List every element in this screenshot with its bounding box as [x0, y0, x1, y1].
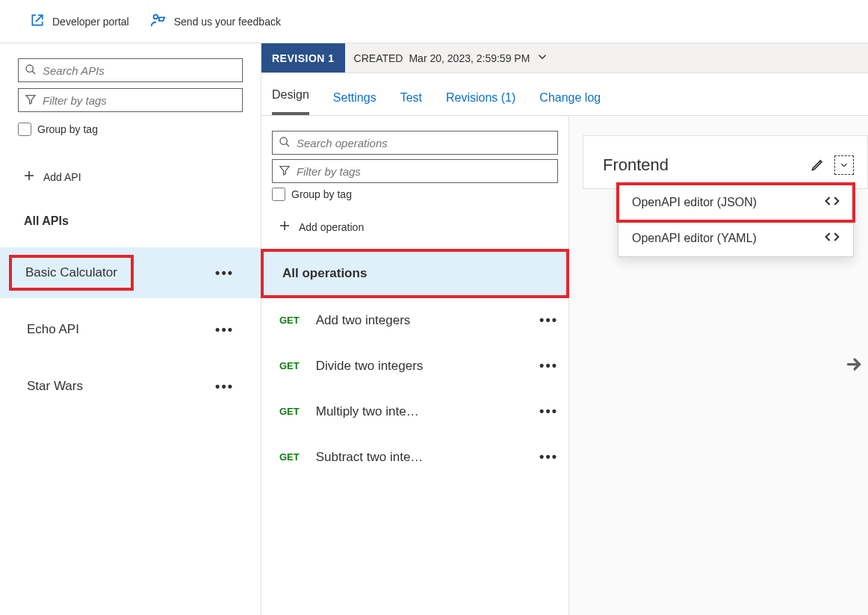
api-item-label: Echo API: [27, 322, 79, 337]
svg-point-0: [153, 15, 158, 19]
api-item-more-icon[interactable]: •••: [215, 379, 234, 395]
plus-icon: [278, 219, 291, 235]
filter-icon: [279, 164, 291, 179]
search-operations-input[interactable]: [297, 137, 551, 149]
svg-point-1: [26, 65, 33, 72]
dropdown-item-openapi-yaml[interactable]: OpenAPI editor (YAML): [619, 220, 853, 256]
operation-more-icon[interactable]: •••: [539, 312, 558, 328]
group-by-tag-apis[interactable]: Group by tag: [18, 118, 243, 136]
dropdown-item-label: OpenAPI editor (YAML): [632, 232, 757, 245]
frontend-dropdown: OpenAPI editor (JSON) OpenAPI editor (YA…: [618, 184, 854, 257]
code-icon: [825, 229, 840, 247]
search-icon: [25, 64, 37, 78]
operation-item[interactable]: GET Multiply two inte… •••: [261, 389, 568, 434]
operation-item[interactable]: GET Subtract two inte… •••: [261, 434, 568, 480]
method-badge: GET: [279, 406, 300, 417]
dropdown-item-openapi-json[interactable]: OpenAPI editor (JSON): [619, 185, 853, 220]
top-bar: Developer portal Send us your feedback: [0, 0, 868, 43]
add-operation-button[interactable]: Add operation: [272, 201, 558, 250]
add-api-label: Add API: [43, 171, 81, 183]
operation-name: Subtract two inte…: [316, 450, 424, 465]
dropdown-item-label: OpenAPI editor (JSON): [632, 196, 757, 209]
filter-apis-input[interactable]: [43, 94, 236, 107]
all-apis-heading[interactable]: All APIs: [18, 201, 243, 241]
feedback-label: Send us your feedback: [174, 16, 281, 28]
operation-more-icon[interactable]: •••: [539, 358, 558, 374]
group-by-tag-apis-label: Group by tag: [37, 123, 98, 135]
method-badge: GET: [279, 315, 300, 326]
revision-bar: REVISION 1 CREATED Mar 20, 2023, 2:59:59…: [261, 43, 868, 73]
api-item-echo-api[interactable]: Echo API •••: [0, 304, 261, 355]
revision-badge[interactable]: REVISION 1: [261, 43, 345, 72]
api-item-more-icon[interactable]: •••: [215, 322, 234, 338]
api-item-basic-calculator[interactable]: Basic Calculator •••: [0, 247, 261, 298]
developer-portal-link[interactable]: Developer portal: [30, 13, 129, 30]
operation-item[interactable]: GET Divide two integers •••: [261, 343, 568, 389]
feedback-icon: [150, 12, 167, 31]
expand-arrow-icon[interactable]: [844, 355, 864, 377]
api-item-star-wars[interactable]: Star Wars •••: [0, 361, 261, 412]
operation-more-icon[interactable]: •••: [539, 449, 558, 465]
all-operations-label: All operations: [282, 266, 367, 280]
svg-point-2: [280, 137, 287, 144]
search-apis-input-wrap[interactable]: [18, 58, 243, 82]
tab-test[interactable]: Test: [400, 91, 422, 115]
group-by-tag-apis-checkbox[interactable]: [18, 123, 31, 136]
operation-name: Add two integers: [316, 313, 411, 328]
revision-created-label: CREATED: [354, 52, 403, 64]
revision-created-date: Mar 20, 2023, 2:59:59 PM: [409, 52, 530, 64]
operations-panel: Group by tag Add operation All operation…: [261, 116, 569, 615]
operation-name: Multiply two inte…: [316, 404, 419, 419]
tab-revisions[interactable]: Revisions (1): [446, 91, 515, 115]
filter-icon: [25, 93, 37, 108]
feedback-link[interactable]: Send us your feedback: [150, 12, 281, 31]
operation-name: Divide two integers: [316, 359, 424, 374]
design-canvas: Frontend OpenAPI editor (JSON): [569, 116, 868, 615]
api-item-label: Basic Calculator: [12, 258, 131, 288]
revision-created[interactable]: CREATED Mar 20, 2023, 2:59:59 PM: [345, 50, 559, 66]
edit-icon[interactable]: [810, 157, 825, 174]
tab-changelog[interactable]: Change log: [539, 91, 601, 115]
filter-operations-input-wrap[interactable]: [272, 159, 558, 183]
method-badge: GET: [279, 360, 300, 371]
search-operations-input-wrap[interactable]: [272, 131, 558, 155]
filter-apis-input-wrap[interactable]: [18, 88, 243, 112]
all-operations[interactable]: All operations: [261, 250, 568, 297]
frontend-dropdown-toggle[interactable]: [834, 155, 854, 175]
tab-settings[interactable]: Settings: [333, 91, 376, 115]
chevron-down-icon: [536, 50, 549, 66]
group-by-tag-ops[interactable]: Group by tag: [272, 183, 558, 201]
filter-operations-input[interactable]: [297, 165, 551, 178]
code-icon: [825, 194, 840, 211]
group-by-tag-ops-checkbox[interactable]: [272, 188, 285, 201]
operation-more-icon[interactable]: •••: [539, 404, 558, 419]
add-api-button[interactable]: Add API: [18, 142, 243, 195]
tab-design[interactable]: Design: [272, 88, 309, 115]
tab-bar: Design Settings Test Revisions (1) Chang…: [261, 73, 868, 116]
external-link-icon: [30, 13, 45, 30]
add-operation-label: Add operation: [299, 221, 364, 233]
api-list-panel: Group by tag Add API All APIs Basic Calc…: [0, 43, 261, 615]
developer-portal-label: Developer portal: [52, 16, 129, 28]
frontend-card: Frontend OpenAPI editor (JSON): [583, 135, 868, 189]
plus-icon: [22, 169, 36, 185]
operation-item[interactable]: GET Add two integers •••: [261, 297, 568, 343]
search-apis-input[interactable]: [43, 64, 236, 77]
group-by-tag-ops-label: Group by tag: [291, 188, 352, 200]
search-icon: [279, 136, 291, 150]
method-badge: GET: [279, 451, 300, 463]
api-item-label: Star Wars: [27, 379, 83, 394]
api-item-more-icon[interactable]: •••: [215, 265, 234, 281]
